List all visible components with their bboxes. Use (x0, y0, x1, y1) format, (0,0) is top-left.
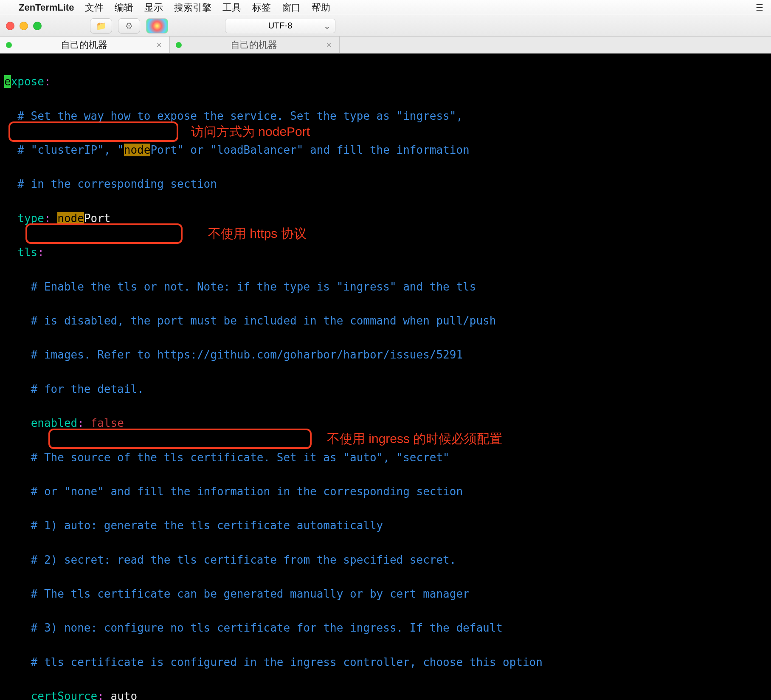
code-line: # The source of the tls certificate. Set… (4, 449, 767, 466)
status-dot-icon (6, 42, 12, 48)
menu-file[interactable]: 文件 (85, 1, 104, 14)
minimize-window-button[interactable] (20, 22, 28, 30)
menu-search[interactable]: 搜索引擎 (174, 1, 211, 14)
menu-help[interactable]: 帮助 (312, 1, 330, 14)
tab-title: 自己的机器 (188, 39, 320, 51)
chevron-down-icon: ⌄ (324, 21, 331, 31)
mac-menubar: ZenTermLite 文件 编辑 显示 搜索引擎 工具 标签 窗口 帮助 ☰ (0, 0, 771, 15)
code-line: # "clusterIP", "nodePort" or "loadBalanc… (4, 141, 767, 158)
menu-view[interactable]: 显示 (144, 1, 163, 14)
code-line: tls: (4, 244, 767, 261)
tab-1[interactable]: 自己的机器 × (0, 37, 170, 53)
status-dot-icon (176, 42, 182, 48)
app-name[interactable]: ZenTermLite (19, 2, 74, 13)
menu-tools[interactable]: 工具 (222, 1, 241, 14)
encoding-value: UTF-8 (268, 21, 293, 31)
window-toolbar: 📁 ⚙ UTF-8 ⌄ (0, 15, 771, 37)
annotation-box-3 (48, 429, 312, 449)
menubar-right-icons: ☰ (756, 3, 763, 13)
code-line: # or "none" and fill the information in … (4, 483, 767, 500)
code-line: certSource: auto (4, 688, 767, 700)
menu-tabs[interactable]: 标签 (252, 1, 271, 14)
folder-button[interactable]: 📁 (90, 18, 112, 34)
code-line: # for the detail. (4, 381, 767, 398)
code-line: # Set the way how to expose the service.… (4, 107, 767, 124)
close-tab-icon[interactable]: × (326, 40, 332, 51)
encoding-select[interactable]: UTF-8 ⌄ (225, 19, 335, 33)
code-line: # in the corresponding section (4, 175, 767, 192)
annotation-text-2: 不使用 https 协议 (208, 225, 307, 242)
code-line: type: nodePort (4, 210, 767, 227)
settings-button[interactable]: ⚙ (118, 18, 140, 34)
menu-edit[interactable]: 编辑 (115, 1, 133, 14)
tabs-bar: 自己的机器 × 自己的机器 × (0, 37, 771, 54)
code-line: # Enable the tls or not. Note: if the ty… (4, 278, 767, 295)
gear-icon: ⚙ (125, 21, 133, 31)
code-line: # The tls certificate can be generated m… (4, 585, 767, 602)
close-tab-icon[interactable]: × (156, 40, 162, 51)
hamburger-icon[interactable]: ☰ (756, 3, 763, 13)
zoom-window-button[interactable] (33, 22, 42, 30)
code-line: # is disabled, the port must be included… (4, 312, 767, 329)
annotation-text-1: 访问方式为 nodePort (191, 123, 310, 140)
terminal-output[interactable]: expose: # Set the way how to expose the … (0, 54, 771, 700)
code-line: # 1) auto: generate the tls certificate … (4, 517, 767, 534)
code-line: expose: (4, 73, 767, 90)
code-line: # images. Refer to https://github.com/go… (4, 346, 767, 363)
close-window-button[interactable] (6, 22, 14, 30)
menu-window[interactable]: 窗口 (282, 1, 301, 14)
annotation-text-3: 不使用 ingress 的时候必须配置 (327, 430, 502, 447)
annotation-box-1 (8, 121, 178, 142)
tab-2[interactable]: 自己的机器 × (170, 37, 340, 53)
code-line: enabled: false (4, 415, 767, 432)
code-line: # 3) none: configure no tls certificate … (4, 619, 767, 636)
tab-title: 自己的机器 (18, 39, 150, 51)
folder-icon: 📁 (96, 21, 107, 31)
code-line: # tls certificate is configured in the i… (4, 654, 767, 671)
traffic-lights (6, 22, 42, 30)
color-picker-button[interactable] (146, 18, 168, 34)
code-line: # 2) secret: read the tls certificate fr… (4, 551, 767, 568)
